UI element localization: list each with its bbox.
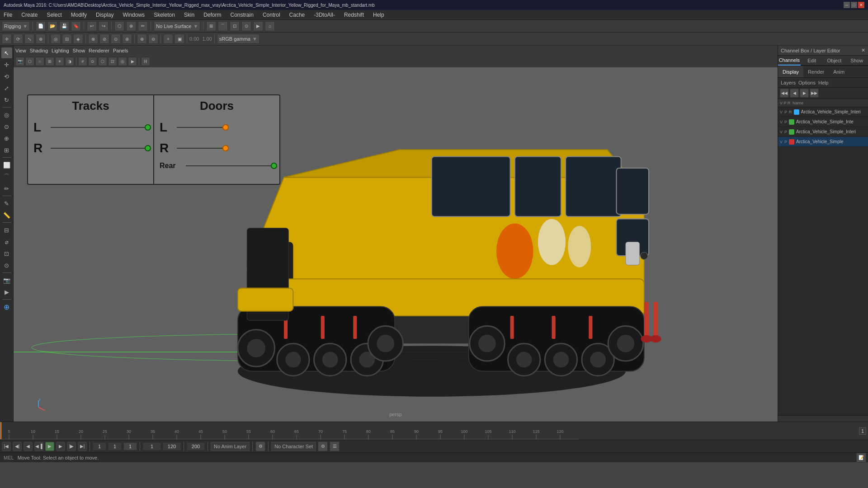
snap-curve-btn[interactable]: ⌒ [218,21,228,31]
paint-weights-btn[interactable]: ⊛ [122,34,132,44]
menu-display[interactable]: Display [94,11,115,19]
mode-dropdown[interactable]: Rigging ▼ [2,21,30,31]
range-end-field[interactable]: 120 [163,442,181,450]
menu-constrain[interactable]: Constrain [229,11,255,19]
render-btn[interactable]: ▶ [253,21,263,31]
soft-mod-btn[interactable]: ◎ [1,109,12,120]
snap-point-btn[interactable]: ⊡ [230,21,240,31]
layers-label[interactable]: Layers [781,80,796,85]
pb-prev-key[interactable]: ◀| [13,442,22,451]
menu-select[interactable]: Select [45,11,63,19]
viewport[interactable]: View Shading Lighting Show Renderer Pane… [14,46,778,422]
menu-windows[interactable]: Windows [121,11,146,19]
range-end2-field[interactable]: 200 [187,442,205,450]
mel-label[interactable]: MEL [2,455,16,460]
select-tool-btn[interactable]: ↖ [1,47,12,58]
minimize-button[interactable]: ─ [844,2,850,8]
char-set-options[interactable]: ⚙ [318,441,328,451]
universal-tool-btn[interactable]: ⊕ [36,34,46,44]
layer-item-2[interactable]: V P Arctica_Vehicle_Simple_Inte [778,117,868,127]
new-file-btn[interactable]: 📄 [36,21,46,31]
no-anim-layer[interactable]: No Anim Layer [211,442,250,451]
show-manip-btn[interactable]: ⊞ [1,145,12,155]
tab-object[interactable]: Object [823,56,846,66]
move-tool-btn[interactable]: ✛ [2,34,12,44]
vp-nurbs-btn[interactable]: ⊙ [88,57,97,66]
script-editor-btn[interactable]: 📝 [856,453,866,463]
lasso-btn[interactable]: ⊕ [126,21,136,31]
curve-cv-btn[interactable]: ⊖ [148,34,158,44]
curve-ep-btn[interactable]: ⊕ [137,34,147,44]
channel-box-close[interactable]: ✕ [861,47,865,53]
frame-start-field[interactable]: 1 [93,442,106,450]
no-live-surface-dropdown[interactable]: No Live Surface ▼ [154,21,200,31]
pb-play-back[interactable]: ◀▐ [34,442,43,451]
pb-prev-frame[interactable]: ◀ [24,442,33,451]
layer-item-1[interactable]: V P R Arctica_Vehicle_Simple_Interi [778,107,868,117]
help-label[interactable]: Help [818,80,829,85]
menu-skin[interactable]: Skin [182,11,196,19]
save-scene-btn[interactable]: 🔖 [71,21,81,31]
maximize-button[interactable]: □ [851,2,857,8]
symmetry-btn[interactable]: ⊟ [62,34,72,44]
frame-current-field[interactable]: 1 [108,442,122,450]
snap-grid-btn[interactable]: ⊞ [206,21,216,31]
vp-subdiv-btn[interactable]: ⊡ [108,57,117,66]
no-character-set[interactable]: No Character Set [271,442,316,451]
save-file-btn[interactable]: 💾 [59,21,69,31]
paint-skin-btn[interactable]: ⊕ [1,133,12,144]
soft-select-btn[interactable]: ◎ [51,34,61,44]
paint-select-btn[interactable]: ✏ [1,183,12,194]
snap-view-btn[interactable]: ⊙ [241,21,251,31]
redo-btn[interactable]: ↪ [99,21,108,31]
snap-pt-side-btn[interactable]: ⊡ [1,248,12,259]
pb-next-frame[interactable]: ▶ [56,442,65,451]
pivot-btn[interactable]: ◈ [73,34,83,44]
menu-skeleton[interactable]: Skeleton [152,11,177,19]
last-tool-btn[interactable]: ↻ [1,94,12,105]
vp-light-btn[interactable]: ☀ [55,57,64,66]
curve-pencil-btn[interactable]: ✎ [1,198,12,209]
gamma-dropdown[interactable]: sRGB gamma ▼ [217,34,259,44]
locator-btn[interactable]: + [163,34,173,44]
layer-prev-btn[interactable]: ◀◀ [780,89,789,98]
layer-item-3[interactable]: V P Arctica_Vehicle_Simple_Interi [778,127,868,137]
layer-item-4[interactable]: V P Arctica_Vehicle_Simple [778,137,868,147]
menu-modify[interactable]: Modify [69,11,89,19]
menu-3dtoa[interactable]: -3DtoAll- [312,11,337,19]
char-set-extra[interactable]: ☰ [330,441,340,451]
rotate-tool-side-btn[interactable]: ⟲ [1,71,12,82]
vp-poly-btn[interactable]: ⬡ [98,57,107,66]
menu-control[interactable]: Control [261,11,282,19]
tab-channels[interactable]: Channels [778,56,801,66]
vp-wireframe-btn[interactable]: ⬡ [25,57,34,66]
timeline-ruler[interactable]: 5 10 15 20 25 30 35 40 45 50 55 60 65 [0,422,868,440]
frame-marker-field[interactable]: 1 [123,442,137,450]
paint-btn[interactable]: ✏ [138,21,148,31]
tab-display[interactable]: Display [778,66,803,77]
open-file-btn[interactable]: 📂 [47,21,57,31]
right-scrollbar[interactable] [778,415,868,422]
rotate-tool-btn[interactable]: ⟳ [13,34,23,44]
anim-layer-options[interactable]: ⚙ [255,441,265,451]
render-side-btn[interactable]: ▶ [1,286,12,297]
pb-play-fwd[interactable]: ▶ [45,442,54,451]
pb-go-end[interactable]: ▶| [78,442,87,451]
vp-camera-btn[interactable]: 📷 [15,57,24,66]
vp-menu-shading[interactable]: Shading [30,48,48,53]
select-btn[interactable]: ⬡ [114,21,124,31]
ipr-btn[interactable]: ⌂ [265,21,275,31]
lasso-tool-btn[interactable]: ⌒ [1,171,12,182]
menu-redshift[interactable]: Redshift [342,11,366,19]
vp-menu-view[interactable]: View [15,48,26,53]
universe-btn[interactable]: ⊕ [1,301,12,312]
layer-next2-btn[interactable]: ▶▶ [810,89,819,98]
ik-spline-btn[interactable]: ⊙ [111,34,121,44]
menu-deform[interactable]: Deform [202,11,223,19]
pb-go-start[interactable]: |◀ [2,442,11,451]
vp-smooth-btn[interactable]: ○ [35,57,44,66]
ik-handle-btn[interactable]: ⊘ [99,34,109,44]
tab-render[interactable]: Render [803,66,829,77]
vp-menu-renderer[interactable]: Renderer [89,48,109,53]
joint-tool-btn[interactable]: ⊗ [88,34,98,44]
